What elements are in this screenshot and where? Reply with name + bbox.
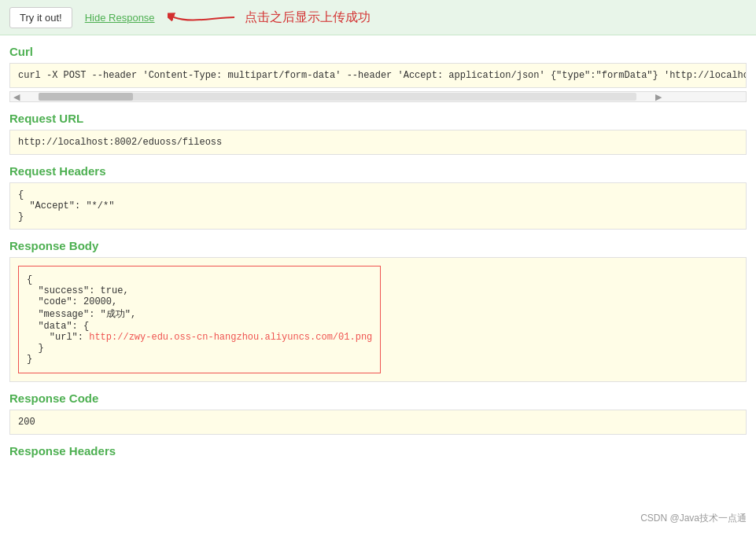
response-url-value: http://zwy-edu.oss-cn-hangzhou.aliyuncs.… [89, 332, 372, 343]
arrow-annotation: 点击之后显示上传成功 [168, 6, 371, 28]
curl-command-box: curl -X POST --header 'Content-Type: mul… [9, 63, 747, 88]
scrollbar-track [39, 93, 636, 101]
response-headers-section-title: Response Headers [9, 444, 747, 458]
main-content: Curl curl -X POST --header 'Content-Type… [0, 45, 756, 458]
curl-command: curl -X POST --header 'Content-Type: mul… [18, 70, 747, 81]
curl-scrollbar[interactable]: ◀ ▶ [9, 91, 747, 102]
request-headers-box: { "Accept": "*/*" } [9, 182, 747, 230]
hide-response-link[interactable]: Hide Response [85, 12, 155, 24]
curl-section-title: Curl [9, 45, 747, 58]
arrow-icon [168, 6, 238, 28]
request-headers-section-title: Request Headers [9, 164, 747, 178]
request-url-box: http://localhost:8002/eduoss/fileoss [9, 130, 747, 155]
response-body-inner-box: { "success": true, "code": 20000, "messa… [18, 266, 381, 373]
response-code-section-title: Response Code [9, 391, 747, 405]
try-it-button[interactable]: Try it out! [9, 7, 72, 28]
response-body-outer-box: { "success": true, "code": 20000, "messa… [9, 257, 747, 382]
annotation-text: 点击之后显示上传成功 [245, 9, 371, 26]
response-code-box: 200 [9, 410, 747, 435]
scrollbar-thumb [39, 93, 133, 101]
response-body-section-title: Response Body [9, 239, 747, 252]
request-url-value: http://localhost:8002/eduoss/fileoss [18, 137, 222, 148]
request-url-section-title: Request URL [9, 112, 747, 125]
response-code-value: 200 [18, 417, 35, 428]
top-bar: Try it out! Hide Response 点击之后显示上传成功 [0, 0, 756, 35]
